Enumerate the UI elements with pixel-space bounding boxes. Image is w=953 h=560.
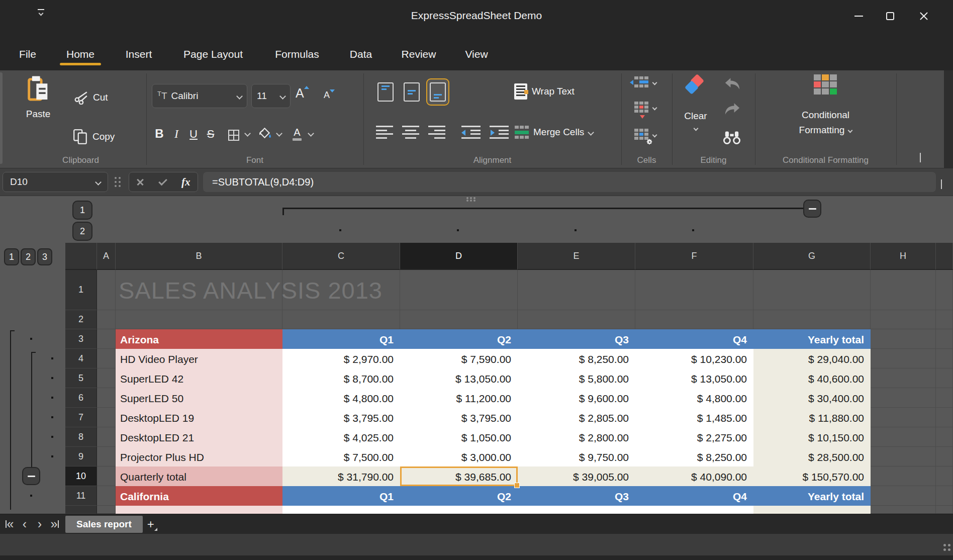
expand-formula-bar-button[interactable]: [941, 179, 942, 189]
cell-H8[interactable]: [871, 427, 936, 447]
cell-G1[interactable]: [753, 270, 871, 310]
cell-A1[interactable]: [97, 270, 116, 310]
cell-A9[interactable]: [97, 447, 116, 466]
tab-data[interactable]: Data: [345, 41, 377, 67]
cell-I4[interactable]: [936, 349, 953, 368]
cell-H7[interactable]: [871, 408, 936, 427]
column-header-D[interactable]: D: [400, 243, 518, 270]
borders-dropdown-icon[interactable]: [244, 130, 251, 137]
align-bottom-button[interactable]: [426, 78, 449, 106]
cell-I11[interactable]: [936, 486, 953, 506]
row-header-8[interactable]: 8: [65, 427, 97, 447]
grow-font-button[interactable]: A: [296, 87, 304, 100]
cell-A4[interactable]: [97, 349, 116, 368]
cell-A[interactable]: [97, 506, 116, 514]
formula-bar-grip[interactable]: [115, 177, 117, 179]
row-header-3[interactable]: 3: [65, 329, 97, 349]
decrease-indent-button[interactable]: [461, 126, 481, 139]
increase-indent-button[interactable]: [490, 126, 509, 139]
cell-C7[interactable]: $ 3,795.00: [282, 408, 400, 427]
maximize-button[interactable]: [878, 6, 903, 26]
clear-button[interactable]: Clear: [676, 74, 715, 130]
row-header-11[interactable]: 11: [65, 486, 97, 506]
cell-B7[interactable]: DesktopLED 19: [116, 408, 282, 427]
cell-D8[interactable]: $ 1,050.00: [400, 427, 518, 447]
cell-A2[interactable]: [97, 310, 116, 329]
cell-C6[interactable]: $ 4,800.00: [282, 388, 400, 408]
font-size-combo[interactable]: 11: [251, 84, 291, 108]
row-header-10[interactable]: 10: [65, 466, 97, 486]
cell-F4[interactable]: $ 10,230.00: [635, 349, 753, 368]
row-header-9[interactable]: 9: [65, 447, 97, 466]
column-outline-level-2-button[interactable]: 2: [72, 222, 92, 241]
cell-G2[interactable]: [753, 310, 871, 329]
collapse-ribbon-button[interactable]: [920, 153, 921, 162]
row-header-5[interactable]: 5: [65, 368, 97, 388]
cell-C9[interactable]: $ 7,500.00: [282, 447, 400, 466]
enter-icon[interactable]: [158, 176, 167, 185]
row-header-partial[interactable]: [65, 506, 97, 514]
row-outline-level-3-button[interactable]: 3: [37, 248, 52, 265]
cell-F9[interactable]: $ 8,250.00: [635, 447, 753, 466]
cell-F6[interactable]: $ 4,800.00: [635, 388, 753, 408]
cell-E8[interactable]: $ 2,800.00: [518, 427, 635, 447]
collapse-column-group-button[interactable]: [803, 200, 821, 218]
cell-E10[interactable]: $ 39,005.00: [518, 466, 635, 486]
cell-I5[interactable]: [936, 368, 953, 388]
cell-E9[interactable]: $ 9,750.00: [518, 447, 635, 466]
column-header-partial[interactable]: [936, 243, 953, 270]
cell-F8[interactable]: $ 2,275.00: [635, 427, 753, 447]
tab-formulas[interactable]: Formulas: [265, 41, 329, 67]
cell-H2[interactable]: [871, 310, 936, 329]
cell-F5[interactable]: $ 13,050.00: [635, 368, 753, 388]
column-header-A[interactable]: A: [97, 243, 116, 270]
cell-H1[interactable]: [871, 270, 936, 310]
cell-B10[interactable]: Quarterly total: [116, 466, 282, 486]
tab-page-layout[interactable]: Page Layout: [177, 41, 249, 67]
cell-B11[interactable]: California: [116, 486, 282, 506]
cell-C10[interactable]: $ 31,790.00: [282, 466, 400, 486]
cell-D6[interactable]: $ 11,200.00: [400, 388, 518, 408]
cell-F11[interactable]: Q4: [635, 486, 753, 506]
align-right-button[interactable]: [428, 126, 445, 139]
paste-button[interactable]: Paste: [15, 75, 61, 141]
cell-E3[interactable]: Q3: [518, 329, 635, 349]
cell-B6[interactable]: SuperLED 50: [116, 388, 282, 408]
cell-E5[interactable]: $ 5,800.00: [518, 368, 635, 388]
cell-B9[interactable]: Projector Plus HD: [116, 447, 282, 466]
merge-cells-dropdown-icon[interactable]: [588, 129, 595, 136]
row-header-6[interactable]: 6: [65, 388, 97, 408]
cell-D3[interactable]: Q2: [400, 329, 518, 349]
delete-cells-button[interactable]: [634, 102, 656, 114]
cell-H3[interactable]: [871, 329, 936, 349]
tab-file[interactable]: File: [13, 41, 43, 67]
cell-A5[interactable]: [97, 368, 116, 388]
italic-button[interactable]: I: [168, 125, 185, 142]
cell-D9[interactable]: $ 3,000.00: [400, 447, 518, 466]
name-box[interactable]: D10: [3, 172, 108, 192]
cell-D5[interactable]: $ 13,050.00: [400, 368, 518, 388]
cell-G7[interactable]: $ 11,880.00: [753, 408, 871, 427]
cell-B3[interactable]: Arizona: [116, 329, 282, 349]
find-button[interactable]: [723, 130, 741, 147]
cell-I6[interactable]: [936, 388, 953, 408]
cell-I1[interactable]: [936, 270, 953, 310]
row-outline-level-2-button[interactable]: 2: [21, 248, 36, 265]
cell-A3[interactable]: [97, 329, 116, 349]
cell-H5[interactable]: [871, 368, 936, 388]
cell-D2[interactable]: [400, 310, 518, 329]
row-header-1[interactable]: 1: [65, 270, 97, 310]
cell-B4[interactable]: HD Video Player: [116, 349, 282, 368]
sheet-tab-sales-report[interactable]: Sales report: [65, 516, 143, 533]
cell-I3[interactable]: [936, 329, 953, 349]
cell-G9[interactable]: $ 28,500.00: [753, 447, 871, 466]
cell-I8[interactable]: [936, 427, 953, 447]
add-sheet-button[interactable]: +: [143, 516, 159, 533]
cell-F1[interactable]: [635, 270, 753, 310]
cancel-icon[interactable]: [136, 178, 144, 186]
cell-H10[interactable]: [871, 466, 936, 486]
cell-I7[interactable]: [936, 408, 953, 427]
cell-C3[interactable]: Q1: [282, 329, 400, 349]
align-top-button[interactable]: [374, 78, 397, 106]
column-header-H[interactable]: H: [871, 243, 936, 270]
